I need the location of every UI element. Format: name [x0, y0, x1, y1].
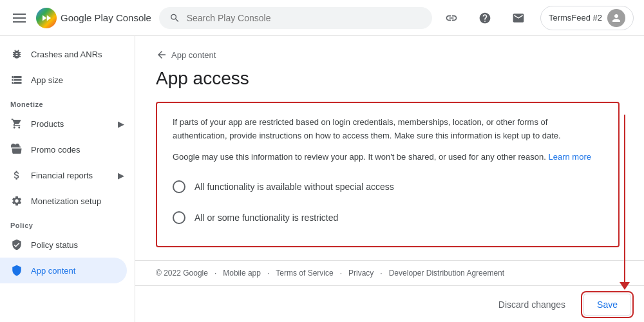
logo-icon	[36, 8, 57, 28]
sidebar-item-policy-status[interactable]: Policy status	[0, 232, 127, 258]
footer-privacy[interactable]: Privacy	[348, 269, 374, 278]
sidebar-item-products[interactable]: Products ▶	[0, 111, 135, 137]
expand-icon: ▶	[118, 119, 124, 129]
sidebar-item-monetization-setup[interactable]: Monetization setup	[0, 188, 127, 214]
sidebar-item-app-size[interactable]: App size	[0, 67, 127, 93]
promo-icon	[10, 143, 23, 156]
sidebar-item-products-label: Products	[31, 119, 64, 129]
sidebar-item-app-content[interactable]: App content	[0, 258, 127, 283]
breadcrumb-back[interactable]: App content	[156, 49, 216, 61]
radio-circle-1	[173, 180, 185, 193]
content-area: App content App access If parts of your …	[135, 36, 644, 322]
content-inner: App content App access If parts of your …	[135, 36, 644, 260]
breadcrumb-label: App content	[171, 50, 216, 60]
topbar-icons: TermsFeed #2	[440, 6, 634, 30]
card-description-1: If parts of your app are restricted base…	[173, 116, 603, 143]
footer-dda[interactable]: Developer Distribution Agreement	[389, 269, 504, 278]
link-icon-btn[interactable]	[440, 6, 463, 30]
access-card: If parts of your app are restricted base…	[156, 102, 620, 247]
mail-icon-btn[interactable]	[507, 6, 530, 30]
logo: Google Play Console	[36, 8, 151, 28]
radio-option-1[interactable]: All functionality is available without s…	[173, 171, 603, 202]
page-title: App access	[156, 68, 623, 89]
products-icon	[10, 117, 23, 130]
sidebar-item-promo-codes-label: Promo codes	[31, 145, 80, 155]
discard-button[interactable]: Discard changes	[488, 294, 576, 315]
breadcrumb: App content	[156, 49, 623, 61]
user-avatar	[607, 9, 625, 27]
policy-section-label: Policy	[0, 214, 135, 232]
footer-terms[interactable]: Terms of Service	[276, 269, 333, 278]
sidebar-item-crashes[interactable]: Crashes and ANRs	[0, 41, 127, 67]
logo-text: Google Play Console	[61, 12, 151, 23]
user-chip[interactable]: TermsFeed #2	[540, 6, 634, 30]
search-bar[interactable]	[159, 7, 432, 29]
help-icon-btn[interactable]	[473, 6, 497, 30]
sidebar-item-app-content-label: App content	[31, 266, 75, 276]
app-content-icon	[10, 264, 23, 277]
storage-icon	[10, 73, 23, 86]
monetization-icon	[10, 194, 23, 207]
footer-mobile-app[interactable]: Mobile app	[223, 269, 261, 278]
card-description-2: Google may use this information to revie…	[173, 151, 603, 164]
financial-icon	[10, 169, 23, 182]
monetize-section-label: Monetize	[0, 93, 135, 111]
sidebar-item-app-size-label: App size	[31, 75, 63, 85]
sidebar-item-monetization-label: Monetization setup	[31, 196, 101, 206]
footer-copyright: © 2022 Google	[156, 269, 208, 278]
expand-icon2: ▶	[118, 171, 124, 180]
sidebar-item-policy-label: Policy status	[31, 240, 78, 250]
radio-option-1-label: All functionality is available without s…	[194, 182, 394, 192]
hamburger-menu[interactable]	[10, 11, 28, 25]
policy-icon	[10, 238, 23, 251]
sidebar-item-financial-reports-label: Financial reports	[31, 171, 93, 180]
footer: © 2022 Google · Mobile app · Terms of Se…	[135, 260, 644, 285]
search-input[interactable]	[187, 13, 422, 23]
save-button[interactable]: Save	[583, 294, 631, 316]
radio-option-2-label: All or some functionality is restricted	[194, 213, 338, 223]
topbar: Google Play Console TermsFeed #2	[0, 0, 644, 36]
sidebar-item-promo-codes[interactable]: Promo codes	[0, 137, 127, 162]
user-name: TermsFeed #2	[549, 13, 602, 23]
radio-option-2[interactable]: All or some functionality is restricted	[173, 202, 603, 233]
sidebar: Crashes and ANRs App size Monetize Produ…	[0, 36, 135, 322]
radio-circle-2	[173, 211, 185, 224]
sidebar-item-financial-reports[interactable]: Financial reports ▶	[0, 162, 135, 188]
learn-more-link[interactable]: Learn more	[548, 152, 591, 162]
sidebar-item-crashes-label: Crashes and ANRs	[31, 50, 102, 59]
bottom-bar: Discard changes Save	[135, 285, 644, 322]
bug-icon	[10, 48, 23, 61]
main-layout: Crashes and ANRs App size Monetize Produ…	[0, 36, 644, 322]
search-icon	[169, 12, 180, 24]
topbar-left: Google Play Console	[10, 8, 151, 28]
